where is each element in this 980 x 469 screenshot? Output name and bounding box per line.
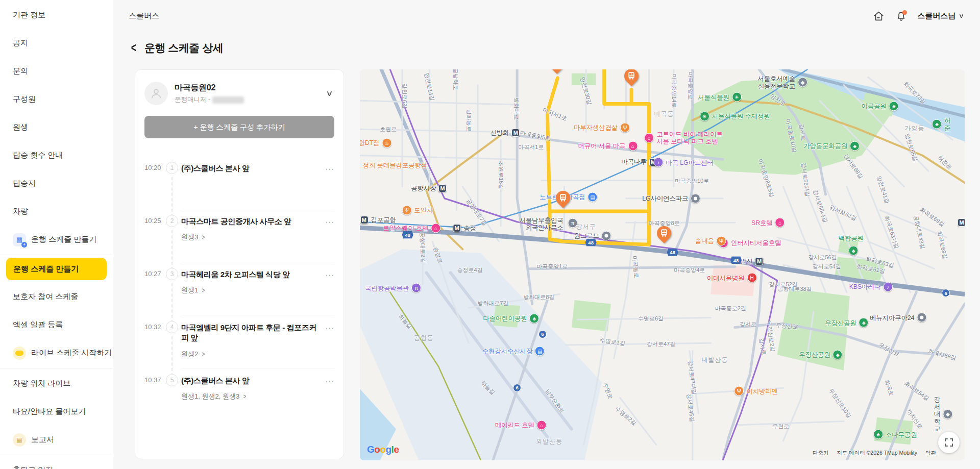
schedule-card: 마곡등원02 운행매니저 - ∨ + 운행 스케줄 구성 추가하기 10:201… xyxy=(135,69,344,459)
map-poi[interactable]: ♣소나무공원 xyxy=(873,430,917,439)
sidebar-item[interactable]: 차량 xyxy=(0,198,113,226)
map-poi[interactable]: 강서대학교◆ xyxy=(928,396,952,433)
map-canvas[interactable]: 양천로6길양천로14길금낭화로방화동로초원로방화대로초원로16길마곡서1로마곡서… xyxy=(360,69,965,460)
map-poi[interactable]: 가양동문화공원♣ xyxy=(803,141,860,151)
map-poi[interactable]: 메이필드 호텔⌂ xyxy=(495,421,547,430)
map-poi[interactable]: 서울식물원✳ xyxy=(698,92,742,102)
sidebar-item[interactable]: 엑셀 일괄 등록 xyxy=(0,311,113,339)
map-poi[interactable]: 마곡나루M xyxy=(621,158,657,166)
map-poi[interactable]: Ψ도일처 xyxy=(402,205,433,215)
map-poi[interactable]: 공항DT점♨ xyxy=(360,138,391,148)
stop-students-link[interactable]: 원생1> xyxy=(181,286,205,295)
sidebar-item[interactable]: 문의 xyxy=(0,57,113,85)
bus-stop-pin[interactable] xyxy=(555,190,571,211)
stop-more-button[interactable]: ⋯ xyxy=(322,268,334,315)
map-poi[interactable]: 이대서울병원H xyxy=(707,273,757,283)
map-poi[interactable]: 다솔어린이공원♣ xyxy=(483,313,539,323)
map-poi[interactable]: SR호텔⌂ xyxy=(751,218,785,228)
park-area xyxy=(572,300,611,331)
attribution-shortcut-link[interactable]: 단축키 xyxy=(813,450,829,457)
map-poi[interactable]: 솥내음Ψ xyxy=(695,236,726,245)
map-poi[interactable]: 서울남부출입국 외국인사무소 xyxy=(519,216,563,231)
map-poi[interactable]: 머큐어 서울 마곡⌂ xyxy=(578,141,638,151)
sidebar-item[interactable]: 출퇴근 일지 xyxy=(0,456,113,469)
map-poi[interactable]: 신방화M xyxy=(490,129,520,137)
sidebar-item[interactable]: 탑승지 xyxy=(0,169,113,198)
map-poi[interactable]: ♪마곡 LG아트센터 xyxy=(653,158,713,167)
sidebar-item-label: 공지 xyxy=(13,38,28,48)
stop-more-button[interactable]: ⋯ xyxy=(322,215,334,262)
map-poi[interactable]: 발산M xyxy=(740,257,764,265)
fullscreen-button[interactable] xyxy=(938,432,960,453)
route-shield-6: 6 xyxy=(942,289,950,297)
schedule-card-header[interactable]: 마곡등원02 운행매니저 - ∨ xyxy=(144,79,334,108)
map-poi[interactable]: ⌂인터시티서울호텔 xyxy=(719,238,781,248)
sidebar-item[interactable]: 라이브 스케줄 시작하기 xyxy=(0,339,113,367)
sidebar-item[interactable]: ▤보고서 xyxy=(0,426,113,454)
map-poi[interactable]: 국립항공박물관π xyxy=(365,283,421,293)
schedule-manager: 운행매니저 - xyxy=(175,95,325,104)
map-poi[interactable]: 공항시장M xyxy=(411,184,447,192)
stop-body: (주)스쿨버스 본사 앞원생1, 원생2, 원생3> xyxy=(181,374,322,421)
report-icon: ▤ xyxy=(13,433,26,447)
stop-rail: 2 xyxy=(166,215,181,262)
sidebar-item[interactable]: 보호자 참여 스케줄 xyxy=(0,283,113,311)
bus-stop-pin[interactable] xyxy=(549,69,565,77)
stop-more-button[interactable]: ⋯ xyxy=(322,321,334,368)
map-poi[interactable]: 백합공원 xyxy=(839,235,864,242)
sidebar-item[interactable]: 기관 정보 xyxy=(0,1,113,29)
stop-students-link[interactable]: 원생2> xyxy=(181,350,205,359)
poi-label: LG사이언스파크 xyxy=(642,195,688,202)
park-icon: ♣ xyxy=(889,102,899,111)
user-menu[interactable]: 스쿨버스님 ∨ xyxy=(917,11,964,21)
sidebar-item[interactable]: 원생 xyxy=(0,113,113,141)
map-poi[interactable]: 수협강서수산시장▤ xyxy=(482,346,545,356)
sidebar-item[interactable]: 타요/안타요 물어보기 xyxy=(0,398,113,426)
home-icon[interactable] xyxy=(872,10,885,22)
map-poi[interactable]: 우장산공원♣ xyxy=(825,318,869,328)
stop-more-button[interactable]: ⋯ xyxy=(322,162,334,209)
map-poi[interactable]: M송정 xyxy=(453,224,476,232)
map-poi[interactable]: 마부자생삼겹살Ψ xyxy=(574,123,630,133)
sidebar-item-label: 출퇴근 일지 xyxy=(13,465,53,469)
art-icon: ♪ xyxy=(653,158,663,167)
map-poi[interactable]: ✳서울식물원 주제정원 xyxy=(700,111,770,121)
bus-stop-pin[interactable] xyxy=(624,69,639,89)
map-poi[interactable]: 아름공원♣ xyxy=(861,102,898,111)
map-poi[interactable]: 서울호서예술 실용전문학교◆ xyxy=(757,75,807,90)
map-poi[interactable]: Ψ이치방라멘 xyxy=(734,386,778,396)
map-poi[interactable]: ♣ xyxy=(848,245,858,255)
bus-stop-pin[interactable] xyxy=(656,226,672,246)
map-poi[interactable]: M xyxy=(958,218,965,227)
map-poi[interactable]: 우장산공원♣ xyxy=(799,350,843,360)
dot-icon xyxy=(691,193,700,203)
map-poi[interactable]: 베뉴지아쿠아24 xyxy=(870,313,926,323)
notifications-bell-icon[interactable] xyxy=(895,10,907,22)
cafe-icon: ♨ xyxy=(382,138,391,148)
map-poi[interactable]: KBS아레나♪ xyxy=(849,282,893,291)
sidebar-item[interactable]: 차량 위치 라이브 xyxy=(0,369,113,398)
add-schedule-composition-button[interactable]: + 운행 스케줄 구성 추가하기 xyxy=(144,116,334,138)
attribution-terms-link[interactable]: 약관 xyxy=(925,450,936,457)
poi-label: 도일처 xyxy=(414,207,433,214)
stop-more-button[interactable]: ⋯ xyxy=(322,374,334,421)
stop-students-link[interactable]: 원생1, 원생2, 원생3> xyxy=(181,392,247,401)
back-button[interactable]: < xyxy=(131,41,137,54)
sidebar-item-active[interactable]: 운행 스케줄 만들기 xyxy=(6,258,107,280)
sidebar-item[interactable]: 탑승 횟수 안내 xyxy=(0,141,113,169)
map-poi[interactable]: LG사이언스파크 xyxy=(642,193,700,203)
stop-name: 마곡엠벨리 9단지 아파트 후문 - 컴포즈커피 앞 xyxy=(181,321,322,343)
page-header: < 운행 스케줄 상세 xyxy=(130,41,223,55)
map-poi[interactable]: 정희 롯데몰김포공항점 xyxy=(363,162,427,169)
map-attribution: 단축키지도 데이터 ©2026 TMap Mobility약관 xyxy=(813,450,936,457)
park-icon: ♣ xyxy=(873,430,883,439)
sidebar-item[interactable]: ▤+운행 스케줄 만들기 xyxy=(0,226,113,254)
sidebar-item[interactable]: 구성원 xyxy=(0,85,113,113)
map-poi[interactable]: ♣허준 xyxy=(932,117,954,132)
sidebar-item[interactable]: 공지 xyxy=(0,29,113,57)
stop-students-link[interactable]: 원생3> xyxy=(181,233,205,242)
map-poi[interactable]: π xyxy=(568,218,578,228)
map-poi[interactable]: ⌂코트야드 바이 메리어트 서울 보타닉 파크 호텔 xyxy=(644,131,723,145)
topbar: 스쿨버스 스쿨버스님 ∨ xyxy=(113,0,980,32)
collapse-chevron-icon[interactable]: ∨ xyxy=(323,87,336,100)
